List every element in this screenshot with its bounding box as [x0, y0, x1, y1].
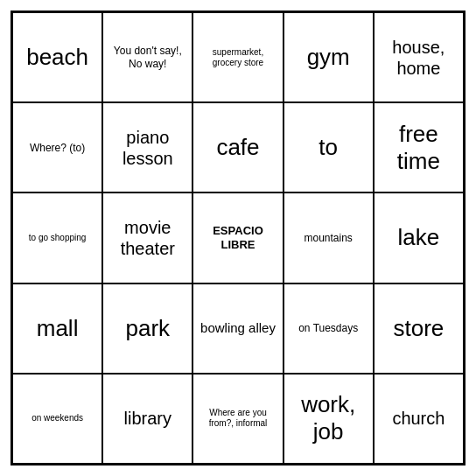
bingo-cell-r3c0: mall — [12, 284, 102, 374]
cell-label-r4c0: on weekends — [32, 413, 83, 424]
bingo-cell-r4c3: work, job — [284, 374, 374, 464]
bingo-cell-r3c1: park — [102, 284, 192, 374]
bingo-cell-r0c4: house, home — [374, 12, 464, 102]
cell-label-r2c4: lake — [398, 224, 440, 251]
bingo-cell-r1c1: piano lesson — [102, 102, 192, 192]
cell-label-r3c2: bowling alley — [200, 320, 276, 336]
bingo-cell-r1c4: free time — [374, 102, 464, 192]
bingo-cell-r1c3: to — [284, 102, 374, 192]
bingo-cell-r3c2: bowling alley — [192, 284, 283, 374]
bingo-cell-r0c1: You don't say!, No way! — [102, 12, 192, 102]
bingo-cell-r0c3: gym — [284, 12, 374, 102]
cell-label-r2c1: movie theater — [107, 217, 188, 259]
cell-label-r0c2: supermarket, grocery store — [197, 47, 278, 68]
cell-label-r3c3: on Tuesdays — [298, 322, 358, 334]
bingo-cell-r2c4: lake — [374, 192, 464, 283]
cell-label-r2c3: mountains — [304, 232, 353, 244]
cell-label-r1c3: to — [318, 134, 338, 161]
bingo-cell-r3c4: store — [374, 284, 464, 374]
cell-label-r1c2: cafe — [216, 134, 259, 161]
bingo-cell-r0c2: supermarket, grocery store — [192, 12, 283, 102]
bingo-board: beachYou don't say!, No way!supermarket,… — [10, 10, 466, 466]
bingo-cell-r4c0: on weekends — [12, 374, 102, 464]
cell-label-r1c0: Where? (to) — [30, 142, 85, 154]
cell-label-r1c1: piano lesson — [107, 127, 188, 169]
bingo-cell-r4c2: Where are you from?, informal — [192, 374, 283, 464]
cell-label-r0c4: house, home — [378, 37, 459, 79]
cell-label-r4c1: library — [124, 408, 172, 429]
cell-label-r4c3: work, job — [288, 391, 369, 445]
cell-label-r4c4: church — [392, 408, 444, 429]
cell-label-r3c1: park — [126, 315, 171, 342]
cell-label-r2c0: to go shopping — [29, 233, 87, 243]
bingo-cell-r2c0: to go shopping — [12, 192, 102, 283]
bingo-cell-r4c4: church — [374, 374, 464, 464]
cell-label-r0c3: gym — [307, 44, 350, 71]
bingo-cell-r0c0: beach — [12, 12, 102, 102]
cell-label-r0c0: beach — [26, 44, 88, 71]
cell-label-r3c4: store — [393, 315, 444, 342]
cell-label-r2c2: ESPACIO LIBRE — [197, 224, 278, 251]
cell-label-r0c1: You don't say!, No way! — [107, 45, 188, 70]
bingo-cell-r2c1: movie theater — [102, 192, 192, 283]
cell-label-r3c0: mall — [37, 315, 79, 342]
cell-label-r1c4: free time — [378, 121, 459, 175]
bingo-cell-r1c0: Where? (to) — [12, 102, 102, 192]
bingo-cell-r3c3: on Tuesdays — [284, 284, 374, 374]
cell-label-r4c2: Where are you from?, informal — [197, 408, 278, 429]
bingo-cell-r2c3: mountains — [284, 192, 374, 283]
bingo-cell-r1c2: cafe — [192, 102, 283, 192]
bingo-cell-r4c1: library — [102, 374, 192, 464]
bingo-cell-r2c2: ESPACIO LIBRE — [192, 192, 283, 283]
